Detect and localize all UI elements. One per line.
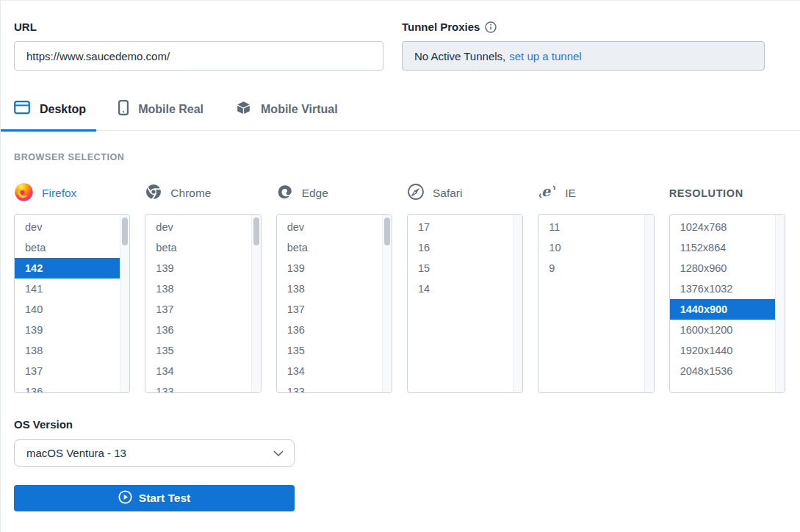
os-version-select[interactable]: macOS Ventura - 13 — [14, 439, 295, 467]
browser-headers-row: Firefox Chrome — [14, 182, 800, 204]
version-option[interactable]: 140 — [15, 299, 120, 320]
edge-icon — [276, 183, 294, 204]
browser-selection-heading: BROWSER SELECTION — [14, 152, 800, 162]
scrollbar-track[interactable] — [513, 215, 522, 392]
version-option[interactable]: 135 — [277, 340, 382, 361]
top-row: URL Tunnel Proxies No Active Tunnels, se… — [14, 21, 800, 71]
scrollbar-thumb[interactable] — [384, 218, 390, 245]
version-option[interactable]: 11 — [538, 217, 644, 237]
version-option[interactable]: 1376x1032 — [670, 278, 775, 299]
version-option[interactable]: beta — [145, 237, 251, 258]
svg-text:e: e — [541, 183, 551, 199]
browser-name-ie: IE — [565, 187, 576, 200]
version-option[interactable]: 133 — [277, 381, 382, 393]
scrollbar-track[interactable] — [644, 215, 654, 392]
version-option[interactable]: 141 — [15, 278, 120, 299]
cube-icon — [236, 100, 251, 118]
version-option[interactable]: 9 — [538, 258, 644, 278]
version-option[interactable]: 137 — [277, 299, 382, 320]
tunnel-status-text: No Active Tunnels, — [414, 50, 505, 62]
version-option[interactable]: 1280x960 — [670, 258, 775, 278]
browser-name-edge: Edge — [302, 187, 328, 200]
version-option[interactable]: dev — [277, 217, 382, 237]
chrome-icon — [145, 183, 162, 204]
browser-header-edge[interactable]: Edge — [276, 182, 392, 204]
browser-header-safari[interactable]: Safari — [407, 182, 523, 204]
version-option[interactable]: 139 — [145, 258, 251, 278]
version-option[interactable]: 139 — [277, 258, 382, 278]
version-option[interactable]: 139 — [15, 320, 120, 340]
version-option[interactable]: 142 — [15, 258, 120, 278]
start-test-button[interactable]: Start Test — [14, 485, 295, 511]
resolution-listbox[interactable]: 1024x7681152x8641280x9601376x10321440x90… — [669, 214, 785, 393]
start-test-label: Start Test — [139, 492, 190, 505]
version-option[interactable]: 14 — [408, 278, 513, 299]
scrollbar-track[interactable] — [775, 215, 785, 392]
version-option[interactable]: 10 — [538, 237, 644, 258]
tunnel-proxies-label-text: Tunnel Proxies — [402, 21, 480, 33]
ie-version-listbox[interactable]: 11109 — [538, 214, 654, 393]
tab-desktop-label: Desktop — [40, 103, 86, 116]
browser-header-ie[interactable]: e IE — [538, 182, 654, 204]
version-option[interactable]: 133 — [145, 381, 251, 393]
tunnel-proxies-section: Tunnel Proxies No Active Tunnels, set up… — [402, 21, 765, 71]
tab-mobile-virtual-label: Mobile Virtual — [261, 103, 338, 116]
browser-name-safari: Safari — [433, 187, 463, 200]
version-option[interactable]: 136 — [277, 320, 382, 340]
safari-version-listbox[interactable]: 17161514 — [407, 214, 523, 393]
active-tab-underline — [1, 129, 96, 132]
version-listboxes-row: devbeta142141140139138137136 devbeta1391… — [14, 214, 800, 393]
scrollbar-track[interactable] — [382, 215, 392, 392]
setup-tunnel-link[interactable]: set up a tunnel — [509, 50, 581, 62]
version-option[interactable]: 136 — [15, 381, 120, 393]
tab-mobile-virtual[interactable]: Mobile Virtual — [236, 98, 338, 131]
chrome-version-listbox[interactable]: devbeta139138137136135134133 — [145, 214, 261, 393]
version-option[interactable]: beta — [277, 237, 382, 258]
desktop-window-icon — [14, 101, 30, 118]
version-option[interactable]: 1440x900 — [670, 299, 775, 320]
version-option[interactable]: 136 — [145, 320, 251, 340]
version-option[interactable]: 2048x1536 — [670, 361, 775, 381]
play-circle-icon — [118, 490, 132, 507]
version-option[interactable]: 1152x864 — [670, 237, 775, 258]
version-option[interactable]: 16 — [408, 237, 513, 258]
resolution-header: RESOLUTION — [669, 182, 785, 204]
version-option[interactable]: 15 — [408, 258, 513, 278]
version-option[interactable]: 1600x1200 — [670, 320, 775, 340]
live-testing-panel: URL Tunnel Proxies No Active Tunnels, se… — [0, 0, 800, 532]
version-option[interactable]: 138 — [15, 340, 120, 361]
version-option[interactable]: 134 — [145, 361, 251, 381]
browser-header-firefox[interactable]: Firefox — [14, 182, 130, 204]
url-input[interactable] — [14, 41, 383, 71]
version-option[interactable]: 137 — [145, 299, 251, 320]
version-option[interactable]: 138 — [145, 278, 251, 299]
version-option[interactable]: 1920x1440 — [670, 340, 775, 361]
version-option[interactable]: beta — [15, 237, 120, 258]
smartphone-icon — [118, 100, 129, 118]
scrollbar-track[interactable] — [251, 215, 261, 392]
url-label: URL — [14, 21, 383, 33]
version-option[interactable]: 137 — [15, 361, 120, 381]
safari-icon — [407, 183, 425, 204]
resolution-header-label: RESOLUTION — [669, 187, 743, 199]
version-option[interactable]: 1024x768 — [670, 217, 775, 237]
version-option[interactable]: 134 — [277, 361, 382, 381]
tabs-divider — [1, 130, 800, 131]
info-icon[interactable] — [485, 21, 497, 33]
scrollbar-track[interactable] — [120, 215, 129, 392]
version-option[interactable]: 138 — [277, 278, 382, 299]
version-option[interactable]: 135 — [145, 340, 251, 361]
scrollbar-thumb[interactable] — [253, 218, 259, 245]
tab-desktop[interactable]: Desktop — [1, 98, 86, 131]
edge-version-listbox[interactable]: devbeta139138137136135134133 — [276, 214, 392, 393]
ie-icon: e — [538, 183, 557, 204]
scrollbar-thumb[interactable] — [122, 218, 128, 245]
firefox-version-listbox[interactable]: devbeta142141140139138137136 — [14, 214, 130, 393]
version-option[interactable]: dev — [15, 217, 120, 237]
version-option[interactable]: 17 — [408, 217, 513, 237]
browser-header-chrome[interactable]: Chrome — [145, 182, 261, 204]
os-version-label: OS Version — [14, 418, 800, 431]
tab-mobile-real[interactable]: Mobile Real — [118, 98, 203, 131]
device-type-tabs: Desktop Mobile Real Mobile Virtual — [14, 98, 800, 131]
version-option[interactable]: dev — [145, 217, 251, 237]
